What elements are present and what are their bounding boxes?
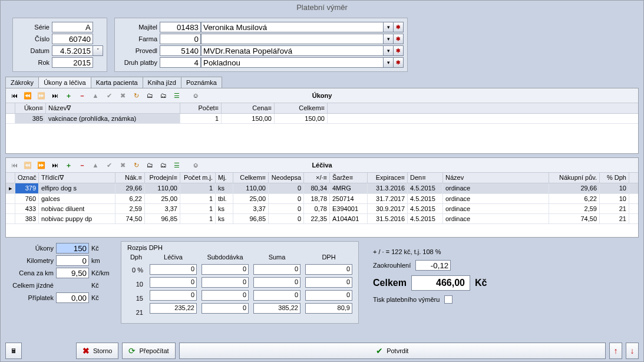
platba-lookup-icon[interactable]: ✱ bbox=[393, 57, 404, 68]
platba-code[interactable] bbox=[160, 57, 201, 68]
tab-ukony-leciva[interactable]: Úkony a léčiva bbox=[38, 77, 91, 88]
zaok-input[interactable] bbox=[415, 260, 451, 271]
majitel-text[interactable] bbox=[201, 22, 384, 32]
nav-prev-icon[interactable]: ⏪ bbox=[22, 159, 34, 171]
tisk-checkbox[interactable] bbox=[444, 295, 453, 304]
cislo-input[interactable] bbox=[52, 34, 93, 44]
nav-next-icon[interactable]: ⏩ bbox=[35, 90, 47, 101]
calc-button[interactable]: 🖩 bbox=[5, 343, 22, 359]
potvrdit-button[interactable]: ✔Potvrdit bbox=[179, 343, 606, 359]
lec-col-xx[interactable]: ×/·≡ bbox=[304, 173, 330, 183]
lec-cell: 6,22 bbox=[549, 194, 600, 203]
card2-icon[interactable]: 🗂 bbox=[157, 159, 169, 171]
ukon-col-pocet[interactable]: Počet≡ bbox=[180, 103, 222, 113]
lec-col-poc[interactable]: Počet m.j. bbox=[180, 173, 216, 183]
lec-col-den[interactable]: Den≡ bbox=[408, 173, 443, 183]
majitel-code[interactable] bbox=[160, 22, 201, 32]
tab-kniha-jizd[interactable]: Kniha jízd bbox=[143, 77, 181, 88]
cenakm-unit: Kč/km bbox=[89, 269, 113, 277]
move-down-button[interactable]: ↓ bbox=[626, 343, 639, 359]
farma-dropdown-icon[interactable]: ▾ bbox=[383, 34, 394, 44]
lec-col-nak[interactable]: Nák.≡ bbox=[115, 173, 145, 183]
save-icon[interactable]: ✔ bbox=[103, 159, 115, 171]
provedl-lookup-icon[interactable]: ✱ bbox=[393, 45, 404, 56]
datum-dropdown-icon[interactable]: ˅ bbox=[93, 45, 103, 56]
rok-input[interactable] bbox=[52, 57, 93, 68]
leciva-row[interactable]: 760galces6,2225,001tbl.25,00018,78250714… bbox=[6, 194, 638, 204]
remove-icon[interactable]: － bbox=[76, 159, 88, 171]
majitel-dropdown-icon[interactable]: ▾ bbox=[383, 22, 394, 32]
smiley-icon[interactable]: ☺ bbox=[190, 90, 202, 101]
cenakm-input[interactable] bbox=[56, 268, 89, 278]
majitel-lookup-icon[interactable]: ✱ bbox=[393, 22, 404, 32]
tab-zakroky[interactable]: Zákroky bbox=[5, 77, 39, 88]
nav-prev-icon[interactable]: ⏪ bbox=[22, 90, 34, 101]
lec-cell: E394001 bbox=[330, 204, 368, 213]
cancel-icon[interactable]: ✖ bbox=[117, 159, 128, 171]
smiley-icon[interactable]: ☺ bbox=[190, 159, 202, 171]
datum-input[interactable] bbox=[52, 45, 93, 56]
tab-karta-pacienta[interactable]: Karta pacienta bbox=[91, 77, 143, 88]
move-up-button[interactable]: ↑ bbox=[609, 343, 622, 359]
lec-col-ozn[interactable]: Označ bbox=[15, 173, 39, 183]
prepocitat-button[interactable]: ⟳Přepočítat bbox=[122, 343, 175, 359]
leciva-row[interactable]: 433nobivac diluent2,593,371ks3,3700,78E3… bbox=[6, 204, 638, 214]
edit-icon[interactable]: ▲ bbox=[90, 90, 101, 101]
ukon-col-nazev[interactable]: Název∇ bbox=[46, 103, 180, 113]
celkem-label: Celkem bbox=[373, 278, 407, 288]
platba-dropdown-icon[interactable]: ▾ bbox=[383, 57, 394, 68]
ukony-row[interactable]: 385 vakcinace (prohlídka, známka) 1 150,… bbox=[6, 114, 638, 124]
nav-last-icon[interactable]: ⏭ bbox=[49, 159, 61, 171]
lec-col-dph[interactable]: % Dph bbox=[600, 173, 629, 183]
ukon-col-celkem[interactable]: Celkem≡ bbox=[275, 103, 328, 113]
storno-button[interactable]: ✖Storno bbox=[76, 343, 118, 359]
farma-code[interactable] bbox=[160, 34, 201, 44]
ukon-col-ukon[interactable]: Úkon≡ bbox=[15, 103, 46, 113]
lec-col-npuv[interactable]: Nákupní pův. bbox=[549, 173, 600, 183]
provedl-code[interactable] bbox=[160, 45, 201, 56]
row-marker-icon: ▸ bbox=[6, 183, 15, 193]
lec-col-exp[interactable]: Expirace≡ bbox=[368, 173, 408, 183]
lec-col-trid[interactable]: Třídící∇ bbox=[39, 173, 115, 183]
lec-col-sarze[interactable]: Šarže≡ bbox=[330, 173, 368, 183]
cancel-icon[interactable]: ✖ bbox=[117, 90, 128, 101]
card1-icon[interactable]: 🗂 bbox=[144, 90, 156, 101]
farma-lookup-icon[interactable]: ✱ bbox=[393, 34, 404, 44]
lec-col-nazev[interactable]: Název bbox=[443, 173, 549, 183]
ukon-col-cena[interactable]: Cena≡ bbox=[222, 103, 275, 113]
provedl-text[interactable] bbox=[201, 45, 384, 56]
lec-col-cel[interactable]: Celkem≡ bbox=[233, 173, 269, 183]
leciva-row[interactable]: ▸379elfipro dog s29,66110,001ks110,00080… bbox=[6, 183, 638, 194]
nav-first-icon[interactable]: ⏮ bbox=[8, 159, 20, 171]
green-icon[interactable]: ☰ bbox=[171, 90, 183, 101]
farma-text[interactable] bbox=[201, 34, 384, 44]
lec-col-prod[interactable]: Prodejní≡ bbox=[145, 173, 180, 183]
edit-icon[interactable]: ▲ bbox=[90, 159, 101, 171]
tab-poznamka[interactable]: Poznámka bbox=[181, 77, 222, 88]
remove-icon[interactable]: － bbox=[76, 90, 88, 101]
serie-input[interactable] bbox=[52, 22, 93, 32]
ukony-sum-input[interactable] bbox=[56, 243, 89, 254]
add-icon[interactable]: ＋ bbox=[62, 90, 74, 101]
nav-next-icon[interactable]: ⏩ bbox=[35, 159, 47, 171]
nav-first-icon[interactable]: ⏮ bbox=[8, 90, 20, 101]
card2-icon[interactable]: 🗂 bbox=[157, 90, 169, 101]
green-icon[interactable]: ☰ bbox=[171, 159, 183, 171]
nav-last-icon[interactable]: ⏭ bbox=[49, 90, 61, 101]
tabs: Zákroky Úkony a léčiva Karta pacienta Kn… bbox=[1, 77, 643, 88]
refresh-icon[interactable]: ↻ bbox=[130, 159, 142, 171]
add-icon[interactable]: ＋ bbox=[62, 159, 74, 171]
refresh-icon[interactable]: ↻ bbox=[130, 90, 142, 101]
provedl-dropdown-icon[interactable]: ▾ bbox=[383, 45, 394, 56]
lec-col-neo[interactable]: Neodepsa bbox=[269, 173, 304, 183]
ukony-sum-unit: Kč bbox=[89, 245, 113, 252]
lec-col-mj[interactable]: Mj. bbox=[216, 173, 233, 183]
lec-cell: 10 bbox=[600, 194, 629, 203]
platba-text[interactable] bbox=[201, 57, 384, 68]
lec-cell: ks bbox=[216, 204, 233, 213]
save-icon[interactable]: ✔ bbox=[103, 90, 115, 101]
leciva-row[interactable]: 383nobivac puppy dp74,5096,851ks96,85022… bbox=[6, 214, 638, 224]
km-input[interactable] bbox=[56, 255, 89, 266]
pripl-input[interactable] bbox=[56, 292, 89, 303]
card1-icon[interactable]: 🗂 bbox=[144, 159, 156, 171]
